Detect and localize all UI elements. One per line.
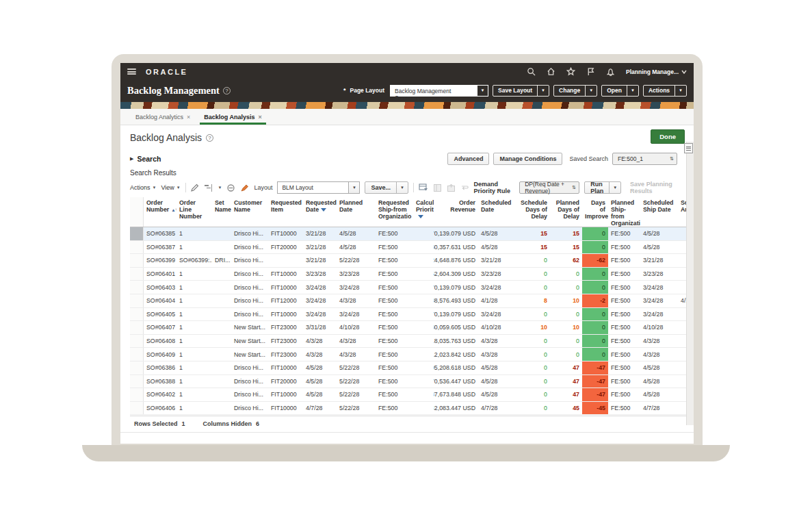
row-select-gutter[interactable] [130,227,144,240]
column-header-planned_date[interactable]: Planned Date [337,197,376,227]
hamburger-menu-icon[interactable] [127,68,136,75]
help-icon[interactable]: ? [223,87,231,94]
dropdown-arrow-icon[interactable]: ▼ [537,86,549,96]
row-select-gutter[interactable] [130,375,144,388]
save-layout-button[interactable]: Save Layout ▼ [493,85,549,97]
table-row[interactable]: SO#064051Drisco Hi...FIT100003/24/283/24… [130,308,686,322]
dropdown-arrow-icon[interactable]: ▼ [585,86,597,96]
spinner-icon[interactable]: ⇅ [572,185,576,190]
column-header-order_revenue[interactable]: Order Revenue [434,197,478,227]
column-header-days_of_improvement[interactable]: Days of Improver [582,197,608,227]
filter-funnel-icon[interactable] [418,215,423,218]
table-row[interactable]: SO#064061Drisco Hi...FIT100004/7/285/22/… [130,402,686,416]
highlighter-pen-icon[interactable] [240,183,249,193]
notifications-bell-icon[interactable] [606,67,615,76]
collapse-triangle-icon[interactable]: ▶ [130,156,133,162]
column-header-calculated_priority[interactable]: Calcul Priorit [413,197,434,227]
table-row[interactable]: SO#064031Drisco Hi...FIT100003/24/283/24… [130,281,686,294]
saved-search-select[interactable]: FE:500_1 ⇅ [612,153,677,165]
tab-backlog-analysis[interactable]: Backlog Analysis × [197,109,268,125]
manage-conditions-button[interactable]: Manage Conditions [493,153,562,165]
advanced-button[interactable]: Advanced [447,153,489,165]
column-header-planned_ship_from_org[interactable]: Planned Ship-from Organizatic [608,197,640,227]
close-icon[interactable]: × [259,114,262,120]
search-disclosure[interactable]: ▶ Search [130,155,161,163]
row-select-gutter[interactable] [130,254,144,267]
cell-requested_ship_from_org: FE:500 [376,227,413,240]
select-all-gutter[interactable] [130,197,144,227]
query-by-example-icon[interactable] [419,183,428,193]
row-select-gutter[interactable] [130,321,144,334]
watchlist-flag-icon[interactable] [586,67,595,76]
actions-button[interactable]: Actions ▼ [643,85,687,97]
table-row[interactable]: SO#064071New Start...FIT230003/31/284/10… [130,321,686,335]
column-header-requested_date[interactable]: Requested Date [303,197,337,227]
table-row[interactable]: SO#063851Drisco Hi...FIT100003/21/284/5/… [130,227,686,241]
table-row[interactable]: SO#064081New Start...FIT230004/3/284/3/2… [130,335,686,348]
table-row[interactable]: SO#063871Drisco Hi...FIT200003/21/284/5/… [130,241,686,255]
change-button[interactable]: Change ▼ [553,85,597,97]
row-select-gutter[interactable] [130,402,144,415]
dropdown-arrow-icon[interactable]: ▼ [396,182,408,193]
row-select-gutter[interactable] [130,268,144,281]
done-button[interactable]: Done [651,129,685,144]
table-row[interactable]: SO#064091New Start...FIT230004/3/284/3/2… [130,348,686,361]
dropdown-arrow-icon[interactable]: ▼ [349,181,360,194]
table-row[interactable]: SO#064041Drisco Hi...FIT120003/24/284/3/… [130,294,686,308]
column-header-requested_ship_from_org[interactable]: Requested Ship-from Organizatio [376,197,413,227]
tab-backlog-analytics[interactable]: Backlog Analytics × [129,109,197,125]
chevron-down-icon[interactable]: ▼ [218,186,222,190]
demand-priority-rule-select[interactable]: DP(Req Date + Revenue) ⇅ [519,181,579,194]
close-icon[interactable]: × [187,114,190,120]
table-row[interactable]: SO#063881Drisco Hi...FIT200004/5/285/22/… [130,375,686,389]
table-view-menu[interactable]: View ▼ [161,184,180,191]
column-header-scheduled_date[interactable]: Scheduled Date [478,197,514,227]
column-header-scheduled_ship_date[interactable]: Scheduled Ship Date [640,197,678,227]
edit-pencil-icon[interactable] [190,183,199,193]
table-row[interactable]: SO#064011Drisco Hi...FIT100003/23/283/23… [130,268,686,281]
column-header-order_line_number[interactable]: Order Line Number [176,197,212,227]
column-header-scheduled_arrival[interactable]: Sch Arr [678,197,686,227]
row-select-gutter[interactable] [130,348,144,361]
layout-select[interactable]: BLM Layout ▼ [277,181,360,194]
column-header-planned_days_of_delay[interactable]: Planned Days of Delay [550,197,582,227]
cell-requested_date: 3/24/28 [303,308,337,321]
spinner-icon[interactable]: ⇅ [670,156,674,162]
column-header-label: Customer Name [234,199,262,213]
filter-funnel-icon[interactable] [321,208,326,212]
right-panel-splitter[interactable] [686,142,694,425]
table-row[interactable]: SO#063861Drisco Hi...FIT100004/5/285/22/… [130,361,686,375]
row-select-gutter[interactable] [130,388,144,401]
column-header-requested_item[interactable]: Requested Item [268,197,303,227]
run-plan-button[interactable]: Run Plan ▼ [584,181,621,194]
column-header-schedule_days_of_delay[interactable]: Schedule Days of Delay [514,197,550,227]
help-icon[interactable]: ? [206,134,213,142]
search-icon[interactable] [527,67,536,76]
column-header-customer_name[interactable]: Customer Name [231,197,268,227]
column-header-order_number[interactable]: Order Number▲▽ [144,197,176,227]
page-layout-select[interactable]: Backlog Management Summary ▼ [390,85,488,97]
home-icon[interactable] [547,67,555,76]
row-select-gutter[interactable] [130,294,144,307]
row-select-gutter[interactable] [130,241,144,254]
row-select-gutter[interactable] [130,281,144,294]
dropdown-arrow-icon[interactable]: ▼ [609,182,620,193]
open-button[interactable]: Open ▼ [601,85,639,97]
column-header-set_name[interactable]: Set Name [212,197,231,227]
gantt-columns-icon[interactable] [204,183,213,193]
target-icon[interactable] [226,183,235,193]
dropdown-arrow-icon[interactable]: ▼ [627,86,638,96]
row-select-gutter[interactable] [130,335,144,348]
table-row[interactable]: SO#064021Drisco Hi...FIT100004/5/285/22/… [130,388,686,402]
table-row[interactable]: SO#06399SO#06399:...DRI...Drisco Hi...3/… [130,254,686,268]
dropdown-arrow-icon[interactable]: ▼ [477,85,488,97]
results-toolbar: Actions ▼ View ▼ ▼ [130,180,677,195]
table-actions-menu[interactable]: Actions ▼ [130,184,156,191]
dropdown-arrow-icon[interactable]: ▼ [675,86,686,96]
favorites-star-icon[interactable] [566,67,575,76]
user-menu[interactable]: Planning Manage... [626,68,687,75]
row-select-gutter[interactable] [130,308,144,321]
save-button[interactable]: Save... ▼ [365,181,408,194]
panel-tools-icon[interactable] [684,143,693,153]
row-select-gutter[interactable] [130,361,144,374]
